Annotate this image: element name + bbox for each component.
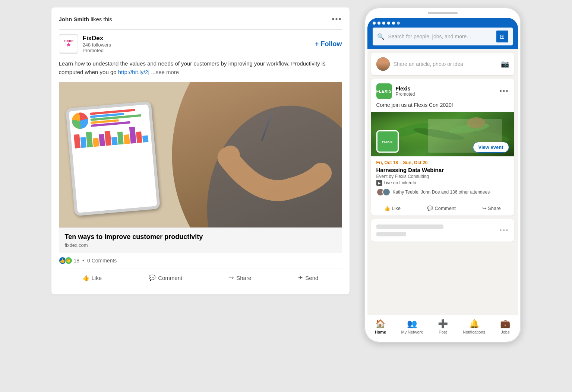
nav-jobs[interactable]: 💼 Jobs xyxy=(496,319,514,334)
comment-button[interactable]: 💬 Comment xyxy=(144,271,187,284)
tablet-screen xyxy=(69,104,157,213)
post-actions: 👍 Like 💬 Comment ↪ Share ✈ Send xyxy=(59,268,342,287)
bar-4 xyxy=(93,138,99,147)
mobile-notch xyxy=(428,12,458,14)
flexis-event-logo: FLEXIS xyxy=(376,130,399,153)
more-options-icon[interactable]: ••• xyxy=(332,15,342,23)
mobile-feed: Share an article, photo or idea 📷 FLEXIS… xyxy=(367,49,518,315)
skeleton-content xyxy=(376,224,496,236)
send-button[interactable]: ✈ Send xyxy=(294,271,323,284)
share-label: Share xyxy=(236,275,251,281)
mobile-comment-button[interactable]: 💬 Comment xyxy=(424,204,458,213)
post-body-text: Learn how to undestand the values and ne… xyxy=(59,60,326,75)
company-logo: Fixdex xyxy=(59,34,78,54)
view-event-button[interactable]: View event xyxy=(473,142,509,153)
skeleton-line-2 xyxy=(376,232,406,236)
nav-notifications[interactable]: 🔔 Notifications xyxy=(459,319,489,334)
dot-4 xyxy=(387,22,390,25)
linkedin-live-icon: ▶ xyxy=(376,180,382,186)
mobile-company-meta: Flexis Promoted xyxy=(396,86,415,97)
mobile-like-button[interactable]: 👍 Like xyxy=(381,204,404,213)
reactions-count: 18 xyxy=(74,258,80,264)
mobile-more-icon[interactable]: ••• xyxy=(500,87,509,95)
mobile-share-button[interactable]: ↪ Share xyxy=(479,204,504,213)
event-org: Event by Flexis Consulting xyxy=(376,174,509,179)
mobile-comment-label: Comment xyxy=(434,205,455,211)
mobile-skeleton-card: ••• xyxy=(371,219,514,242)
camera-icon[interactable]: 📷 xyxy=(501,60,509,68)
mobile-bottom-nav: 🏠 Home 👥 My Network ➕ Post 🔔 Notificatio… xyxy=(367,315,518,338)
mobile-promoted: Promoted xyxy=(396,92,415,97)
see-more[interactable]: ...see more xyxy=(151,69,179,75)
comment-icon: 💬 xyxy=(149,274,156,281)
nav-jobs-label: Jobs xyxy=(501,330,509,334)
like-label: Like xyxy=(92,275,102,281)
grid-icon[interactable]: ⊞ xyxy=(496,31,508,42)
mobile-comment-icon: 💬 xyxy=(427,205,433,211)
mobile-header: 🔍 Search for people, jobs, and more... ⊞ xyxy=(367,18,518,49)
event-date: Fri, Oct 18 – Sun, Oct 20 xyxy=(376,160,509,165)
promoted-badge: Promoted xyxy=(83,48,111,53)
attendee-2 xyxy=(382,188,391,196)
pie-chart xyxy=(71,112,89,130)
bar-5 xyxy=(98,134,105,146)
bar-6 xyxy=(104,131,111,146)
share-placeholder[interactable]: Share an article, photo or idea xyxy=(394,61,497,67)
post-header: John Smith likes this ••• xyxy=(59,15,342,23)
mobile-company-name: Flexis xyxy=(396,86,415,92)
mobile-search-bar[interactable]: 🔍 Search for people, jobs, and more... ⊞ xyxy=(373,28,513,45)
post-link[interactable]: http://bit.ly/2j xyxy=(118,69,149,75)
post-card-footer: Ten ways to improve customer productivit… xyxy=(59,227,342,253)
user-avatar xyxy=(376,57,390,71)
send-icon: ✈ xyxy=(298,274,303,281)
company-info: Fixdex FixDex 248 followers Promoted xyxy=(59,34,111,54)
mobile-device: 🔍 Search for people, jobs, and more... ⊞… xyxy=(364,7,521,342)
bar-10 xyxy=(129,127,136,144)
share-button[interactable]: ↪ Share xyxy=(225,271,256,284)
person-svg xyxy=(186,82,342,227)
reaction-icons: 👍 👏 xyxy=(59,257,71,264)
bar-11 xyxy=(136,131,142,143)
bar-8 xyxy=(117,131,124,145)
post-card-domain: fixdex.com xyxy=(65,242,336,248)
tablet-device xyxy=(65,101,160,216)
flexis-logo-text: FLEXIS xyxy=(382,140,392,143)
skeleton-line-1 xyxy=(376,224,443,229)
event-title: Harnessing Data Webinar xyxy=(376,167,509,173)
mobile-post-card: FLEXIS Flexis Promoted ••• Come join us … xyxy=(371,79,514,216)
post-card-title: Ten ways to improve customer productivit… xyxy=(65,233,336,241)
dot-1 xyxy=(373,22,376,25)
event-live: ▶ Live on LinkedIn xyxy=(376,180,509,186)
mobile-share-icon: ↪ xyxy=(482,205,486,211)
nav-post[interactable]: ➕ Post xyxy=(434,319,452,334)
mobile-dots xyxy=(373,22,513,25)
dot-3 xyxy=(382,22,385,25)
home-icon: 🏠 xyxy=(375,319,385,329)
nav-notifications-label: Notifications xyxy=(463,330,485,334)
mobile-inner: 🔍 Search for people, jobs, and more... ⊞… xyxy=(367,18,518,338)
follow-button[interactable]: + Follow xyxy=(315,40,342,48)
nav-home[interactable]: 🏠 Home xyxy=(371,319,390,334)
mobile-like-icon: 👍 xyxy=(384,205,390,211)
bar-7 xyxy=(111,137,117,145)
nav-network[interactable]: 👥 My Network xyxy=(397,319,426,334)
network-icon: 👥 xyxy=(407,319,417,329)
engagement-row: 👍 👏 18 • 0 Comments xyxy=(59,253,342,268)
mobile-like-label: Like xyxy=(392,205,401,211)
comments-count: 0 Comments xyxy=(87,258,117,264)
horiz-bars xyxy=(90,108,148,127)
flexis-logo: FLEXIS xyxy=(376,83,392,99)
like-button[interactable]: 👍 Like xyxy=(78,271,107,284)
search-input[interactable]: Search for people, jobs, and more... xyxy=(388,34,493,39)
skeleton-more-icon[interactable]: ••• xyxy=(500,227,509,235)
bar-1 xyxy=(74,134,80,149)
activity-action: likes this xyxy=(91,16,112,22)
comment-label: Comment xyxy=(158,275,182,281)
attendee-avatars xyxy=(376,188,391,196)
jobs-icon: 💼 xyxy=(500,319,510,329)
post-icon: ➕ xyxy=(438,319,448,329)
fixdex-logo-svg: Fixdex xyxy=(60,35,78,53)
separator: • xyxy=(82,258,84,264)
activity-user: John Smith xyxy=(59,16,89,22)
mobile-attendees: Kathy Teeble, John Doe and 136 other att… xyxy=(376,188,509,196)
